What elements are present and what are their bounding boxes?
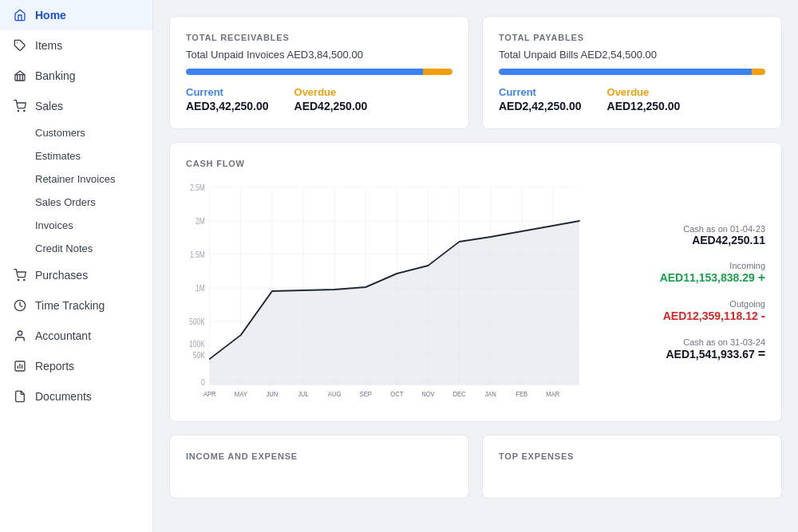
receivables-amounts: Current AED3,42,250.00 Overdue AED42,250… xyxy=(186,86,452,112)
sidebar-label-documents: Documents xyxy=(35,390,92,403)
receivables-current-bar xyxy=(186,69,423,75)
cash-as-on-end-label: Cash as on 31-03-24 xyxy=(614,337,765,347)
top-expenses-card: TOP EXPENSES xyxy=(482,435,782,499)
sidebar-label-credit-notes: Credit Notes xyxy=(35,242,93,254)
payables-progress xyxy=(499,69,765,75)
cashflow-side: Cash as on 01-04-23 AED42,250.11 Incomin… xyxy=(606,179,765,405)
receivables-current: Current AED3,42,250.00 xyxy=(186,86,269,112)
svg-text:JAN: JAN xyxy=(484,389,496,398)
cash-incoming: Incoming AED11,153,838.29 + xyxy=(614,261,765,285)
sidebar-item-retainer-invoices[interactable]: Retainer Invoices xyxy=(0,167,152,191)
sidebar-label-banking: Banking xyxy=(35,69,76,82)
svg-text:AUG: AUG xyxy=(328,389,342,398)
receivables-title: TOTAL RECEIVABLES xyxy=(186,33,452,42)
sidebar-item-invoices[interactable]: Invoices xyxy=(0,214,152,237)
clock-icon xyxy=(13,298,27,313)
outgoing-value: AED12,359,118.12 - xyxy=(614,309,765,323)
sidebar: Home Items Banking Sales Customers Estim… xyxy=(0,0,153,532)
receivables-subtitle: Total Unpaid Invoices AED3,84,500.00 xyxy=(186,49,452,61)
payables-amounts: Current AED2,42,250.00 Overdue AED12,250… xyxy=(499,86,765,112)
svg-text:500K: 500K xyxy=(189,317,206,326)
receivables-overdue-bar xyxy=(423,69,452,75)
doc-icon xyxy=(13,389,27,404)
sidebar-label-sales: Sales xyxy=(35,100,63,112)
cash-as-on-start: Cash as on 01-04-23 AED42,250.11 xyxy=(614,224,765,246)
sidebar-item-sales[interactable]: Sales xyxy=(0,91,152,121)
receivables-overdue: Overdue AED42,250.00 xyxy=(294,86,368,112)
svg-text:50K: 50K xyxy=(193,351,206,360)
sidebar-label-time-tracking: Time Tracking xyxy=(35,299,105,312)
cash-as-on-start-value: AED42,250.11 xyxy=(614,234,765,246)
receivables-overdue-value: AED42,250.00 xyxy=(294,100,368,112)
receivables-overdue-label: Overdue xyxy=(294,86,368,98)
svg-point-5 xyxy=(18,110,18,111)
svg-text:0: 0 xyxy=(201,378,205,387)
sidebar-item-accountant[interactable]: Accountant xyxy=(0,321,152,351)
svg-text:MAY: MAY xyxy=(235,389,247,398)
svg-point-8 xyxy=(24,279,25,280)
incoming-value: AED11,153,838.29 + xyxy=(614,270,765,285)
cashflow-card: CASH FLOW 2.5M 2M 1.5M 1M 500K 100K 50K … xyxy=(169,142,782,422)
sidebar-item-reports[interactable]: Reports xyxy=(0,351,152,381)
cashflow-chart: 2.5M 2M 1.5M 1M 500K 100K 50K 0 xyxy=(186,179,593,403)
payables-overdue-value: AED12,250.00 xyxy=(607,100,681,112)
income-expense-title: INCOME AND EXPENSE xyxy=(186,451,452,461)
payables-current-label: Current xyxy=(499,86,582,98)
svg-text:2M: 2M xyxy=(196,217,205,226)
sidebar-label-retainer-invoices: Retainer Invoices xyxy=(35,173,115,185)
reports-icon xyxy=(13,359,27,373)
svg-text:DEC: DEC xyxy=(452,389,465,398)
sales-icon xyxy=(13,99,27,113)
receivables-current-value: AED3,42,250.00 xyxy=(186,100,269,112)
svg-text:1.5M: 1.5M xyxy=(190,250,205,259)
receivables-current-label: Current xyxy=(186,86,269,98)
sidebar-item-documents[interactable]: Documents xyxy=(0,381,152,412)
svg-text:2.5M: 2.5M xyxy=(190,183,205,192)
sidebar-label-reports: Reports xyxy=(35,360,74,372)
sidebar-label-estimates: Estimates xyxy=(35,150,81,162)
sidebar-item-home[interactable]: Home xyxy=(0,0,152,30)
sidebar-item-customers[interactable]: Customers xyxy=(0,121,152,144)
sidebar-item-time-tracking[interactable]: Time Tracking xyxy=(0,290,152,321)
svg-text:SEP: SEP xyxy=(360,389,373,398)
cart-icon xyxy=(13,268,27,282)
cashflow-inner: 2.5M 2M 1.5M 1M 500K 100K 50K 0 xyxy=(186,179,765,405)
svg-text:1M: 1M xyxy=(196,284,205,293)
sidebar-item-items[interactable]: Items xyxy=(0,30,152,61)
main-content: TOTAL RECEIVABLES Total Unpaid Invoices … xyxy=(153,0,798,532)
cash-as-on-start-label: Cash as on 01-04-23 xyxy=(614,224,765,234)
top-expenses-title: TOP EXPENSES xyxy=(499,451,765,461)
bank-icon xyxy=(13,69,27,83)
payables-overdue-label: Overdue xyxy=(607,86,681,98)
summary-cards: TOTAL RECEIVABLES Total Unpaid Invoices … xyxy=(169,16,782,129)
sidebar-item-banking[interactable]: Banking xyxy=(0,61,152,91)
chart-area: 2.5M 2M 1.5M 1M 500K 100K 50K 0 xyxy=(186,179,593,405)
svg-text:APR: APR xyxy=(203,389,216,398)
tag-icon xyxy=(13,38,27,53)
outgoing-label: Outgoing xyxy=(614,299,765,309)
payables-card: TOTAL PAYABLES Total Unpaid Bills AED2,5… xyxy=(482,16,782,129)
home-icon xyxy=(13,8,27,22)
sidebar-item-purchases[interactable]: Purchases xyxy=(0,260,152,290)
sidebar-item-estimates[interactable]: Estimates xyxy=(0,144,152,167)
cash-outgoing: Outgoing AED12,359,118.12 - xyxy=(614,299,765,323)
incoming-label: Incoming xyxy=(614,261,765,270)
payables-current-value: AED2,42,250.00 xyxy=(499,100,582,112)
bottom-cards: INCOME AND EXPENSE TOP EXPENSES xyxy=(169,435,782,499)
sidebar-item-credit-notes[interactable]: Credit Notes xyxy=(0,237,152,260)
svg-text:100K: 100K xyxy=(189,340,206,349)
cash-as-on-end-value: AED1,541,933.67 = xyxy=(614,347,765,361)
svg-point-10 xyxy=(18,331,22,335)
sidebar-label-invoices: Invoices xyxy=(35,219,73,231)
receivables-card: TOTAL RECEIVABLES Total Unpaid Invoices … xyxy=(169,16,469,129)
receivables-progress xyxy=(186,69,452,75)
cash-as-on-end: Cash as on 31-03-24 AED1,541,933.67 = xyxy=(614,337,765,361)
payables-subtitle: Total Unpaid Bills AED2,54,500.00 xyxy=(499,49,765,61)
payables-title: TOTAL PAYABLES xyxy=(499,33,765,42)
income-expense-card: INCOME AND EXPENSE xyxy=(169,435,469,499)
payables-overdue-bar xyxy=(752,69,765,75)
sidebar-label-sales-orders: Sales Orders xyxy=(35,196,96,208)
sidebar-item-sales-orders[interactable]: Sales Orders xyxy=(0,191,152,214)
svg-marker-42 xyxy=(210,221,579,385)
svg-text:JUN: JUN xyxy=(267,389,279,398)
